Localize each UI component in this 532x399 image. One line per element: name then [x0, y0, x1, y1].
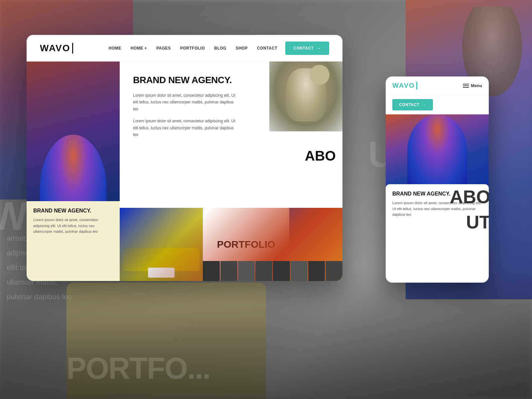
about-partial-text: ABO: [298, 141, 342, 171]
mobile-nav: WAVO Menu: [386, 76, 489, 95]
nav-shop[interactable]: SHOP: [236, 46, 248, 51]
tile-5: [273, 261, 290, 281]
bottom-left-desc: Lorem ipsum dolor sit amet, consectetur …: [33, 217, 113, 235]
contact-button-label: CONTACT: [293, 46, 314, 51]
mobile-menu-button[interactable]: Menu: [463, 83, 482, 88]
tile-2: [220, 261, 237, 281]
mobile-logo: WAVO: [392, 82, 417, 89]
desktop-mockup: WAVO HOME HOME + PAGES PORTFOLIO BLOG SH…: [27, 35, 342, 281]
mobile-about-partial: ABO: [450, 186, 489, 207]
nav-blog[interactable]: BLOG: [214, 46, 226, 51]
nav-links: HOME HOME + PAGES PORTFOLIO BLOG SHOP CO…: [109, 46, 277, 51]
bottom-left-text: BRAND NEW AGENCY. Lorem ipsum dolor sit …: [27, 201, 120, 238]
bottom-left-title: BRAND NEW AGENCY.: [33, 208, 113, 214]
ram-head: [310, 65, 330, 85]
mobile-mockup: WAVO Menu CONTACT → BRAND NEW AGENCY. Lo…: [386, 76, 489, 283]
tile-6: [291, 261, 308, 281]
bottom-left-panel: BRAND NEW AGENCY. Lorem ipsum dolor sit …: [27, 201, 120, 281]
tile-1: [203, 261, 220, 281]
hamburger-line-1: [463, 84, 469, 84]
mobile-contact-label: CONTACT: [399, 102, 419, 107]
hero-desc-2: Lorem ipsum dolor sit amet, consectetur …: [133, 118, 239, 138]
desktop-logo: WAVO: [40, 43, 73, 54]
tile-4: [255, 261, 272, 281]
mobile-hero-image: [386, 114, 489, 188]
mobile-figure: [407, 114, 467, 188]
mobile-about-partial-2: UT: [466, 211, 489, 233]
nav-home-plus[interactable]: HOME +: [131, 46, 147, 51]
nav-home[interactable]: HOME: [109, 46, 121, 51]
menu-label: Menu: [471, 83, 482, 88]
nav-portfolio[interactable]: PORTFOLIO: [180, 46, 205, 51]
main-content-area: BRAND NEW AGENCY. Lorem ipsum dolor sit …: [120, 62, 342, 281]
desktop-nav: WAVO HOME HOME + PAGES PORTFOLIO BLOG SH…: [27, 35, 342, 62]
mobile-contact-row: CONTACT →: [386, 95, 489, 114]
tile-8: [326, 261, 342, 281]
nav-pages[interactable]: PAGES: [156, 46, 171, 51]
mobile-contact-arrow: →: [422, 102, 426, 107]
ram-photo: [269, 62, 342, 131]
hero-image-column: work-x6 BRAND NEW AGENCY. Lorem ipsum do…: [27, 62, 120, 281]
nav-contact[interactable]: CONTACT: [257, 46, 277, 51]
contact-arrow-icon: →: [317, 46, 322, 51]
mobile-contact-button[interactable]: CONTACT →: [392, 99, 433, 110]
nav-contact-button[interactable]: CONTACT →: [285, 42, 329, 55]
hero-title: BRAND NEW AGENCY.: [133, 75, 239, 85]
bg-text-portfolio: PORTFO...: [66, 351, 210, 386]
hamburger-line-3: [463, 87, 469, 88]
desktop-content: work-x6 BRAND NEW AGENCY. Lorem ipsum do…: [27, 62, 342, 281]
hamburger-line-2: [463, 85, 469, 86]
hero-text-section: BRAND NEW AGENCY. Lorem ipsum dolor sit …: [120, 62, 253, 153]
tile-3: [238, 261, 255, 281]
ram-image: [269, 62, 342, 131]
hero-desc-1: Lorem ipsum dolor sit amet, consectetur …: [133, 92, 239, 112]
tiles-strip: [203, 261, 342, 281]
hamburger-icon: [463, 84, 469, 88]
tile-7: [308, 261, 325, 281]
